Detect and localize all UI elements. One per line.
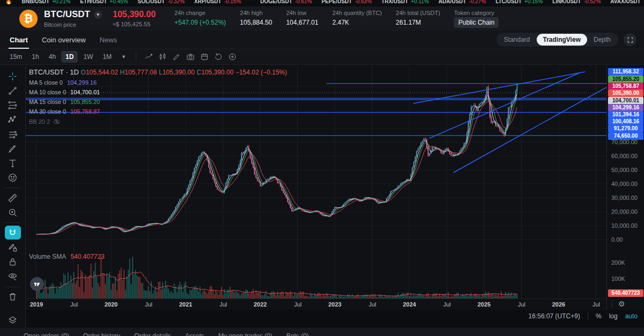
mode-depth[interactable]: Depth [587,34,617,46]
text-icon[interactable] [5,156,21,170]
ruler-icon[interactable] [5,191,21,205]
price-label-badge: 100,408.16 [608,118,643,125]
ticker-item[interactable]: AVAX/USDT-0.44% [610,0,644,4]
ticker-item[interactable]: PEPE/USDT-0.63% [321,0,371,4]
ticker-item[interactable]: ETH/USDT+0.45% [80,0,128,4]
line-chart-icon[interactable] [142,51,156,63]
timeframe-1d[interactable]: 1D [61,51,78,63]
time-tick: Jul [64,301,84,308]
price-tick: 30,000.00 [611,195,638,201]
ticker-item[interactable]: SOL/USDT-0.32% [138,0,185,4]
price-tick: 40,000.00 [611,181,638,187]
brush-icon[interactable] [5,141,21,155]
eye-edit-icon[interactable] [5,270,21,283]
chart-area[interactable]: BTC/USDT · 1D O105,544.02 H105,777.08 L1… [0,65,644,298]
time-tick: Jul [587,301,606,308]
replay-icon[interactable] [211,51,225,63]
chart-toolbar: 15m1h4h1D1W1M ▼ [0,49,644,65]
log-scale-toggle[interactable]: log [609,312,618,320]
candles-icon[interactable] [156,51,170,63]
plus-circle-icon[interactable] [225,51,239,63]
legend-ma-row[interactable]: MA 5 close 0104,299.16 [29,79,287,86]
ticker-item[interactable]: ADA/USDT-0.27% [438,0,486,4]
price-label-badge: 91,279.00 [608,125,643,132]
header-stat: 24h total (USDT)261.17M [396,10,441,28]
price-tick: 50,000.00 [611,167,638,173]
time-tick: 2020 [101,301,121,308]
bottom-tab[interactable]: Order history [83,332,120,336]
chart-footer: 16:56:07 (UTC+9) % log auto [0,311,638,322]
timeframe-4h[interactable]: 4h [45,51,60,63]
ticker-item[interactable]: DOGE/USDT-0.61% [260,0,312,4]
bottom-tab-strip: Open orders (0)Order historyOrder detail… [0,327,644,336]
bottom-tab[interactable]: Order details [134,332,171,336]
bottom-tab[interactable]: My open trades (0) [218,332,273,336]
tabs: ChartCoin overviewNews [8,31,118,49]
layers-icon[interactable] [5,313,21,327]
footer-divider [588,312,588,320]
chart-mode-switch: StandardTradingViewDepth [496,33,618,47]
legend-ma-row[interactable]: MA 10 close 0104,700.01 [29,89,287,95]
clock[interactable]: 16:56:07 (UTC+9) [529,312,580,320]
tradingview-logo-icon [33,280,41,288]
emoji-icon[interactable] [5,170,21,184]
pencil-icon[interactable] [170,51,184,63]
lock-icon[interactable] [5,255,21,269]
tradingview-logo[interactable] [30,277,44,291]
fib-icon[interactable] [5,98,21,112]
price-axis[interactable]: 70,000.0060,000.0050,000.0040,000.0030,0… [606,65,644,310]
trash-icon[interactable] [5,290,21,304]
eye-off-icon[interactable] [53,118,61,125]
volume-tick: 200K [611,259,625,266]
bottom-tab[interactable]: Open orders (0) [24,332,69,336]
time-tick: Jul [288,301,308,308]
symbol-caret-icon[interactable]: ▼ [94,11,102,19]
timeframe-1m[interactable]: 1M [98,51,116,63]
legend-ma-row[interactable]: MA 15 close 0105,855.20 [29,99,287,105]
ticker-item[interactable]: XRP/USDT-0.15% [194,0,241,4]
auto-scale-toggle[interactable]: auto [625,312,638,320]
symbol-block[interactable]: BTC/USDT ▼ Bitcoin price [44,9,113,28]
axis-settings-gear-icon[interactable]: ⚙ [618,300,625,308]
tab-coin-overview[interactable]: Coin overview [41,31,87,49]
magnet-icon[interactable] [5,226,21,240]
time-tick: Jul [437,301,457,308]
timeframe-caret-icon[interactable]: ▼ [117,54,130,59]
timeframe-1h[interactable]: 1h [27,51,43,63]
bottom-tab[interactable]: Bots (0) [287,332,309,336]
ticker-item[interactable]: TRX/USDT+0.11% [382,0,429,4]
trendline-icon[interactable] [5,84,21,98]
volume-sma-value: 540.407723 [70,253,104,260]
tab-chart[interactable]: Chart [9,31,29,49]
timeframe-1w[interactable]: 1W [79,51,97,63]
chart-legend: BTC/USDT · 1D O105,544.02 H105,777.08 L1… [29,68,287,125]
ticker-item[interactable]: BNB/USDT+0.21% [21,0,70,4]
percent-scale-toggle[interactable]: % [596,312,602,320]
fullscreen-button[interactable] [624,33,636,46]
calendar-icon[interactable] [197,51,211,63]
volume-tick: 100K [611,275,625,282]
price-label-badge: 105,390.00 [608,89,643,97]
timeframe-15m[interactable]: 15m [5,51,26,63]
mode-tradingview[interactable]: TradingView [537,34,587,46]
legend-bb-row[interactable]: BB 20 2 [29,118,287,125]
tab-news[interactable]: News [99,31,119,49]
legend-ma-row[interactable]: MA 30 close 0105,758.87 [29,108,287,115]
ticker-item[interactable]: LINK/USDT-0.52% [552,0,601,4]
bottom-tab[interactable]: Assets [185,332,204,336]
price-block: 105,390.00 ≈$ 105,425.55 [113,10,174,27]
position-icon[interactable] [5,127,21,141]
time-axis[interactable]: 2019Jul2020Jul2021Jul2022Jul2023Jul2024J… [26,298,606,310]
ticker-item[interactable]: LTC/USDT+0.15% [495,0,543,4]
volume-legend: Volume SMA540.407723 [29,253,105,260]
axis-divider [612,300,612,308]
zoom-in-icon[interactable] [5,205,21,219]
mode-standard[interactable]: Standard [497,34,537,46]
pattern-icon[interactable] [5,113,21,126]
camera-icon[interactable] [184,51,197,63]
draw-lock-icon[interactable] [5,240,21,254]
header-stat: 24h low104,677.01 [286,10,318,28]
header-stat: 24h quantity (BTC)2.47K [332,10,382,28]
price-label-badge: 105,855.20 [608,76,643,83]
crosshair-icon[interactable] [5,69,21,83]
